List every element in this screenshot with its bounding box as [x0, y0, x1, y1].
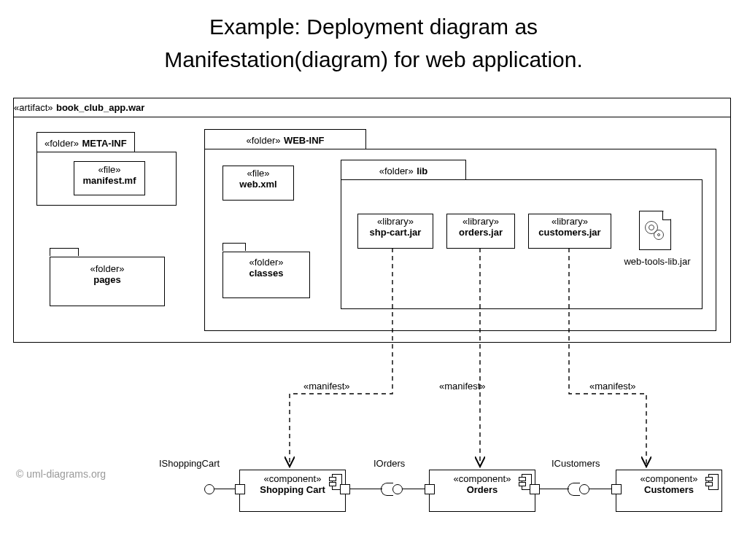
component-icon: [519, 474, 530, 489]
lib-stereotype: «folder»: [379, 166, 414, 176]
shp-cart-name: shp-cart.jar: [358, 227, 433, 238]
meta-inf-stereotype: «folder»: [44, 138, 79, 149]
port-customers-left: [611, 484, 622, 494]
artifact-stereotype: «artifact»: [14, 102, 53, 113]
page-title: Example: Deployment diagram as Manifesta…: [0, 0, 747, 76]
customers-jar-name: customers.jar: [529, 227, 611, 238]
manifest-label-2: «manifest»: [439, 381, 486, 392]
orders-jar-name: orders.jar: [447, 227, 514, 238]
webxml-stereotype: «file»: [223, 168, 293, 179]
title-line-2: Manifestation(diagram) for web applicati…: [164, 47, 583, 71]
classes-body: «folder» classes: [222, 252, 310, 298]
manifest-file-box: «file» manifest.mf: [74, 161, 145, 195]
webtools-label: web-tools-lib.jar: [617, 256, 697, 267]
classes-stereotype: «folder»: [223, 257, 309, 268]
web-inf-tab: «folder» WEB-INF: [204, 129, 366, 149]
port-cart-right: [340, 484, 350, 494]
title-line-1: Example: Deployment diagram as: [209, 15, 538, 39]
port-orders-left: [425, 484, 435, 494]
port-cart-left: [235, 484, 245, 494]
classes-name: classes: [223, 268, 309, 279]
socket-orders: [381, 483, 393, 496]
connector-cart-orders: [350, 489, 382, 489]
meta-inf-name: META-INF: [82, 138, 126, 149]
port-orders-right: [530, 484, 540, 494]
component-icon: [705, 474, 717, 489]
iface-orders-label: IOrders: [374, 458, 405, 469]
component-customers: «component» Customers: [616, 470, 722, 512]
pages-tab: [50, 248, 79, 256]
manifest-label-3: «manifest»: [589, 381, 636, 392]
shp-cart-stereotype: «library»: [358, 216, 433, 227]
customers-jar-box: «library» customers.jar: [528, 214, 611, 249]
lib-body: «library» shp-cart.jar «library» orders.…: [341, 179, 703, 309]
webtools-file-icon: [639, 211, 671, 250]
lib-name: lib: [417, 166, 427, 176]
webxml-name: web.xml: [223, 179, 293, 190]
web-inf-name: WEB-INF: [284, 135, 325, 146]
pages-name: pages: [50, 274, 164, 285]
shp-cart-box: «library» shp-cart.jar: [357, 214, 433, 249]
meta-inf-body: «file» manifest.mf: [36, 152, 177, 206]
web-inf-stereotype: «folder»: [246, 135, 280, 146]
webxml-box: «file» web.xml: [222, 166, 294, 201]
deployment-diagram: «artifact» book_club_app.war «folder» ME…: [13, 98, 732, 542]
component-cart: «component» Shopping Cart: [239, 470, 346, 512]
classes-tab: [222, 243, 246, 251]
manifest-file-name: manifest.mf: [74, 175, 144, 186]
component-icon: [329, 474, 341, 489]
customers-jar-stereotype: «library»: [529, 216, 611, 227]
orders-jar-box: «library» orders.jar: [446, 214, 515, 249]
connector-orders-customers: [540, 489, 569, 489]
manifest-file-stereotype: «file»: [74, 164, 144, 175]
iface-cart-label: IShoppingCart: [159, 458, 220, 469]
socket-customers: [568, 483, 580, 496]
web-inf-body: «file» web.xml «folder» classes «folder»…: [204, 149, 716, 331]
meta-inf-tab: «folder» META-INF: [36, 132, 135, 152]
iface-customers-label: ICustomers: [551, 458, 600, 469]
lib-tab: «folder» lib: [341, 160, 466, 179]
copyright: © uml-diagrams.org: [16, 468, 106, 480]
component-orders: «component» Orders: [429, 470, 535, 512]
artifact-header: «artifact» book_club_app.war: [14, 98, 730, 117]
artifact-name: book_club_app.war: [56, 102, 144, 113]
orders-jar-stereotype: «library»: [447, 216, 514, 227]
pages-body: «folder» pages: [50, 257, 165, 306]
pages-stereotype: «folder»: [50, 263, 164, 274]
manifest-label-1: «manifest»: [303, 381, 350, 392]
